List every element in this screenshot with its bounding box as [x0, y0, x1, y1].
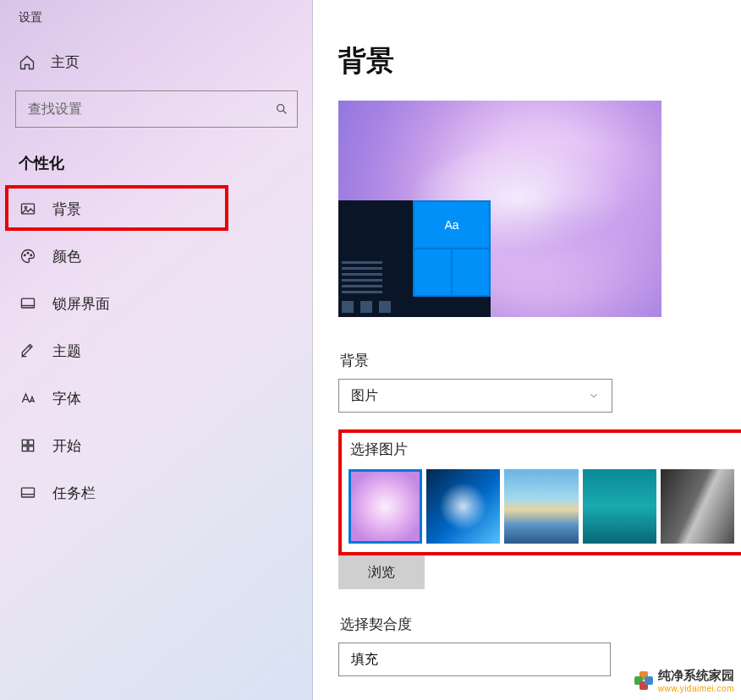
search-icon	[275, 102, 288, 116]
highlight-box-thumbs: 选择图片	[338, 429, 741, 555]
main-panel: 背景 Aa 背景 图片 选择图片	[313, 0, 741, 700]
wallpaper-thumb-0[interactable]	[349, 469, 422, 544]
svg-rect-11	[22, 488, 35, 497]
background-type-dropdown[interactable]: 图片	[338, 379, 612, 413]
svg-rect-8	[29, 440, 34, 445]
home-nav-item[interactable]: 主页	[0, 41, 313, 84]
nav-item-background[interactable]: 背景	[0, 185, 313, 232]
nav-item-colors[interactable]: 颜色	[0, 232, 313, 280]
wallpaper-thumb-3[interactable]	[583, 469, 656, 544]
search-input[interactable]	[28, 101, 275, 117]
watermark-logo-icon	[634, 671, 653, 690]
app-title: 设置	[0, 10, 313, 41]
watermark-line2: www.yidaimei.com	[658, 684, 734, 693]
nav-label: 字体	[52, 389, 81, 408]
background-type-label: 背景	[338, 351, 733, 370]
nav-item-start[interactable]: 开始	[0, 422, 313, 469]
nav-label: 锁屏界面	[52, 294, 110, 314]
sidebar: 设置 主页 个性化 背景 颜色 锁屏界面	[0, 0, 313, 700]
themes-icon	[19, 342, 37, 359]
svg-rect-9	[22, 446, 27, 451]
nav-label: 背景	[52, 200, 81, 219]
nav-item-lockscreen[interactable]: 锁屏界面	[0, 280, 313, 327]
picture-icon	[19, 200, 37, 217]
background-preview: Aa	[338, 101, 661, 317]
fit-dropdown[interactable]: 填充	[338, 643, 611, 676]
dropdown-value: 图片	[351, 387, 378, 405]
svg-rect-6	[22, 298, 35, 308]
wallpaper-thumb-1[interactable]	[426, 469, 500, 544]
svg-point-0	[277, 105, 284, 112]
nav-label: 主题	[52, 342, 81, 361]
home-label: 主页	[51, 52, 80, 72]
fonts-icon	[19, 390, 37, 407]
lockscreen-icon	[19, 295, 37, 312]
background-type-field: 背景 图片	[338, 351, 733, 413]
home-icon	[19, 54, 36, 71]
nav-item-taskbar[interactable]: 任务栏	[0, 469, 313, 517]
taskbar-icon	[19, 484, 37, 501]
watermark: 纯净系统家园 www.yidaimei.com	[634, 668, 734, 693]
svg-rect-7	[22, 440, 27, 445]
preview-start-overlay: Aa	[338, 200, 491, 317]
svg-point-5	[30, 254, 32, 256]
svg-point-3	[24, 254, 25, 256]
fit-value: 填充	[351, 651, 378, 669]
page-title: 背景	[338, 42, 733, 80]
nav-item-fonts[interactable]: 字体	[0, 375, 313, 422]
nav-label: 颜色	[52, 247, 81, 266]
svg-point-2	[25, 206, 27, 209]
nav-item-themes[interactable]: 主题	[0, 327, 313, 375]
preview-tile-aa: Aa	[414, 202, 489, 248]
palette-icon	[19, 248, 37, 265]
nav-label: 任务栏	[52, 484, 96, 503]
thumbnail-row	[349, 469, 734, 544]
fit-label: 选择契合度	[338, 615, 733, 634]
nav-label: 开始	[52, 436, 81, 456]
start-icon	[19, 437, 37, 454]
search-container	[0, 84, 313, 128]
search-box[interactable]	[15, 90, 298, 128]
choose-image-label: 选择图片	[349, 440, 734, 459]
browse-button[interactable]: 浏览	[338, 555, 425, 589]
svg-rect-10	[29, 446, 34, 451]
watermark-line1: 纯净系统家园	[658, 668, 734, 684]
svg-point-4	[27, 252, 29, 254]
wallpaper-thumb-4[interactable]	[661, 469, 734, 544]
section-label: 个性化	[0, 128, 313, 185]
chevron-down-icon	[588, 390, 600, 402]
wallpaper-thumb-2[interactable]	[504, 469, 578, 544]
